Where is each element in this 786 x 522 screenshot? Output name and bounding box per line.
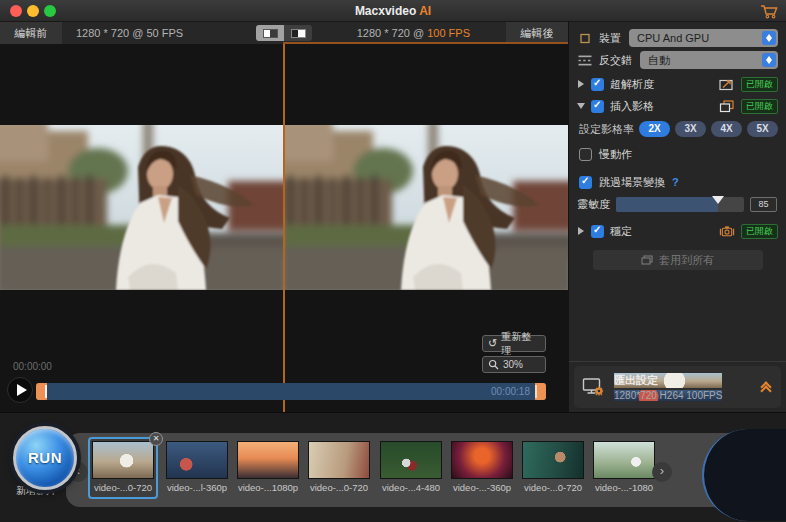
video-filmstrip: video-...0-720 ✕ video-...l-360p video-.…	[66, 433, 745, 507]
before-label: 編輯前	[0, 22, 62, 44]
zoom-level-button[interactable]: 30%	[482, 356, 546, 373]
split-right-icon	[291, 29, 306, 38]
sensitivity-slider-handle[interactable]	[712, 196, 724, 204]
device-chip-icon	[577, 32, 593, 45]
frame-interpolation-label: 插入影格	[610, 99, 654, 114]
video-thumbnail-image	[237, 441, 299, 479]
deinterlace-select[interactable]: 自動	[640, 51, 778, 69]
remove-video-button[interactable]: ✕	[149, 432, 163, 446]
timeline-current-time: 00:00:00	[13, 361, 52, 372]
sensitivity-slider-fill	[616, 197, 718, 212]
sensitivity-label: 靈敏度	[577, 197, 610, 212]
help-icon[interactable]: ?	[672, 176, 679, 188]
export-settings-card: 匯出設定 1280*720 H264 100FPS	[574, 366, 781, 408]
titlebar: Macxvideo AI	[0, 0, 786, 22]
export-settings-detail: 1280*720 H264 100FPS	[614, 390, 722, 401]
trim-start-handle[interactable]	[36, 383, 47, 400]
video-thumbnail[interactable]: video-...0-720	[306, 439, 372, 493]
side-by-side-view-button[interactable]	[284, 25, 312, 41]
video-thumbnail[interactable]: video-...0-720	[520, 439, 586, 493]
scroll-thumbnails-right-button[interactable]: ›	[652, 462, 672, 482]
slow-motion-label: 慢動作	[599, 147, 632, 162]
frames-stack-icon	[719, 100, 735, 113]
video-thumbnail-caption: video-...1080p	[235, 482, 301, 493]
deinterlace-icon	[577, 54, 593, 67]
dropdown-stepper-icon	[762, 53, 776, 67]
dropdown-stepper-icon	[762, 31, 776, 45]
super-resolution-expander[interactable]	[577, 80, 585, 88]
apply-to-all-icon	[641, 255, 653, 265]
video-thumbnail[interactable]: video-...4-480	[378, 439, 444, 493]
after-video-frame	[285, 125, 568, 290]
video-thumbnail[interactable]: video-...-360p	[449, 439, 515, 493]
magnifier-icon	[488, 359, 499, 370]
after-label: 編輯後	[506, 22, 568, 44]
run-button-housing	[702, 429, 786, 521]
super-resolution-checkbox[interactable]	[591, 78, 604, 91]
framerate-option-3x[interactable]: 3X	[675, 121, 706, 137]
refresh-button[interactable]: ↺ 重新整理	[482, 335, 546, 352]
video-thumbnail-image	[522, 441, 584, 479]
video-thumbnail-image	[451, 441, 513, 479]
export-settings-icon	[582, 377, 606, 397]
app-title: Macxvideo AI	[0, 4, 786, 18]
video-thumbnail-selected[interactable]: video-...0-720 ✕	[88, 437, 158, 499]
frame-interpolation-expander[interactable]	[577, 103, 585, 109]
skip-scene-checkbox[interactable]	[579, 176, 592, 189]
video-thumbnail-caption: video-...4-480	[378, 482, 444, 493]
video-thumbnail-image	[166, 441, 228, 479]
apply-to-all-label: 套用到所有	[659, 253, 714, 268]
split-view-button[interactable]	[256, 25, 284, 41]
sensitivity-slider[interactable]	[616, 197, 744, 212]
frame-interpolation-checkbox[interactable]	[591, 100, 604, 113]
framerate-option-5x[interactable]: 5X	[747, 121, 778, 137]
video-thumbnail[interactable]: video-...1080p	[235, 439, 301, 493]
timeline-track[interactable]: 00:00:18	[36, 383, 546, 400]
video-thumbnail-caption: video-...-1080	[591, 482, 657, 493]
deinterlace-label: 反交錯	[599, 53, 632, 68]
video-thumbnail-image	[308, 441, 370, 479]
stabilize-label: 穩定	[610, 224, 632, 239]
video-thumbnail-caption: video-...0-720	[520, 482, 586, 493]
video-thumbnail[interactable]: video-...l-360p	[164, 439, 230, 493]
sensitivity-value[interactable]: 85	[750, 197, 777, 212]
macxvideo-ai-window: Macxvideo AI 編輯前 1280 * 720 @ 50 FPS 128…	[0, 0, 786, 522]
framerate-option-2x[interactable]: 2X	[639, 121, 670, 137]
stabilize-expander[interactable]	[577, 227, 585, 235]
before-video-frame	[0, 125, 283, 290]
compare-view-toggle	[256, 25, 312, 41]
stabilize-status-badge: 已開啟	[741, 224, 778, 239]
preview-header: 編輯前 1280 * 720 @ 50 FPS 1280 * 720 @ 100…	[0, 22, 568, 44]
preview-canvas: ↺ 重新整理 30% 00:00:00 00:00:18	[0, 44, 568, 412]
video-thumbnail[interactable]: video-...-1080	[591, 439, 657, 493]
device-select-value: CPU And GPU	[637, 32, 709, 44]
deinterlace-select-value: 自動	[648, 54, 670, 66]
video-thumbnail-image	[380, 441, 442, 479]
framerate-option-4x[interactable]: 4X	[711, 121, 742, 137]
export-settings-title: 匯出設定	[614, 373, 722, 388]
video-thumbnail-caption: video-...0-720	[306, 482, 372, 493]
device-label: 裝置	[599, 31, 621, 46]
timeline-end-time: 00:00:18	[491, 386, 530, 397]
split-left-icon	[263, 29, 278, 38]
super-resolution-status-badge: 已開啟	[741, 77, 778, 92]
collapse-export-panel-button[interactable]	[759, 383, 773, 391]
refresh-label: 重新整理	[501, 330, 540, 358]
cart-icon[interactable]	[760, 4, 778, 19]
video-thumbnail-caption: video-...0-720	[90, 482, 156, 493]
video-thumbnail-caption: video-...-360p	[449, 482, 515, 493]
compare-divider-handle[interactable]	[283, 44, 285, 412]
camera-icon	[719, 225, 735, 238]
apply-to-all-button[interactable]: 套用到所有	[593, 250, 763, 270]
trim-end-handle[interactable]	[535, 383, 546, 400]
chevron-left-icon: ‹	[76, 463, 80, 478]
zoom-level-value: 30%	[503, 359, 523, 370]
run-button[interactable]: RUN	[13, 426, 77, 490]
before-video-info: 1280 * 720 @ 50 FPS	[76, 22, 183, 44]
super-resolution-label: 超解析度	[610, 77, 654, 92]
device-select[interactable]: CPU And GPU	[629, 29, 778, 47]
refresh-icon: ↺	[488, 338, 497, 349]
slow-motion-checkbox[interactable]	[579, 148, 592, 161]
play-button[interactable]	[7, 377, 33, 403]
stabilize-checkbox[interactable]	[591, 225, 604, 238]
